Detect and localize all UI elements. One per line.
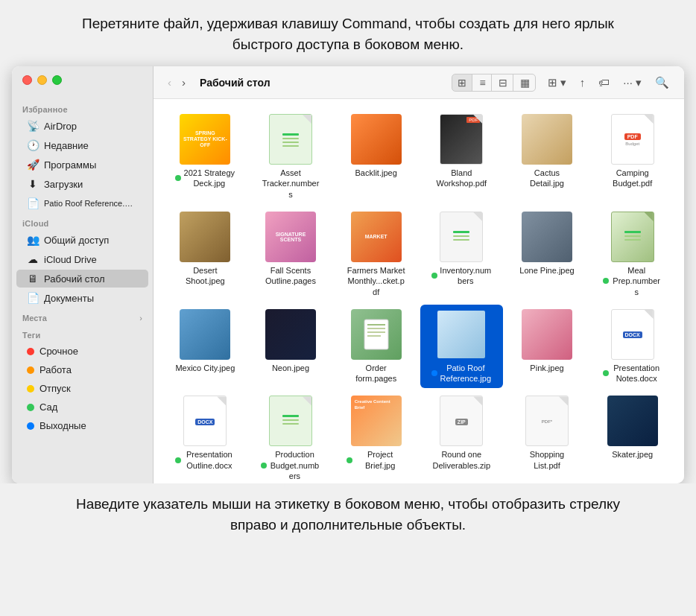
places-chevron-icon[interactable]: › [139, 314, 142, 323]
sidebar-item-airdrop[interactable]: 📡 AirDrop [16, 117, 148, 135]
file-name: Cactus Detail.jpg [517, 168, 577, 189]
back-button[interactable]: ‹ [164, 74, 175, 91]
group-button[interactable]: ⊞ ▾ [543, 74, 571, 92]
file-item[interactable]: Pink.jpeg [506, 305, 589, 389]
view-list-button[interactable]: ≡ [474, 74, 491, 91]
sidebar-item-label: Программы [44, 159, 96, 171]
traffic-lights [22, 75, 62, 85]
fullscreen-button[interactable] [52, 75, 62, 85]
sidebar-item-desktop[interactable]: 🖥 Рабочий стол [16, 270, 148, 288]
sidebar-item-downloads[interactable]: ⬇ Загрузки [16, 175, 148, 193]
main-content: ‹ › Рабочий стол ⊞ ≡ ⊟ ▦ ⊞ ▾ ↑ 🏷 ··· ▾ 🔍… [154, 66, 684, 483]
file-thumbnail [522, 309, 572, 360]
file-item[interactable]: DOCX Presentation Outline.docx [164, 391, 247, 483]
svg-rect-14 [367, 335, 381, 337]
sidebar-tag-label: Сад [39, 401, 57, 413]
sidebar-item-tag-work[interactable]: Работа [16, 361, 148, 378]
places-row: Места › [12, 308, 153, 325]
file-item[interactable]: SIGNATURE SCENTS Fall Scents Outline.pag… [250, 207, 332, 302]
sidebar-item-tag-urgent[interactable]: Срочное [16, 343, 148, 360]
file-item[interactable]: MARKET Farmers Market Monthly...cket.pdf [335, 207, 417, 302]
file-thumbnail [180, 212, 230, 262]
icloud-section-label: iCloud [12, 213, 153, 230]
sidebar-item-tag-weekend[interactable]: Выходные [16, 417, 148, 434]
sidebar-item-tag-garden[interactable]: Сад [16, 399, 148, 416]
toolbar: ‹ › Рабочий стол ⊞ ≡ ⊟ ▦ ⊞ ▾ ↑ 🏷 ··· ▾ 🔍 [154, 66, 684, 99]
file-item[interactable]: Skater.jpeg [591, 391, 674, 483]
tag-button[interactable]: 🏷 [594, 74, 614, 91]
svg-rect-8 [624, 235, 641, 237]
svg-rect-0 [282, 133, 299, 136]
file-item[interactable]: Creative Content Brief Project Brief.jpg [335, 391, 417, 483]
file-item[interactable]: Inventory.numbers [420, 207, 503, 302]
close-button[interactable] [22, 75, 32, 85]
file-item[interactable]: Meal Prep.numbers [591, 207, 674, 302]
view-icon-button[interactable]: ⊞ [452, 74, 472, 91]
file-item[interactable]: Production Budget.numbers [250, 391, 332, 483]
svg-rect-1 [282, 138, 299, 139]
file-name: Skater.jpeg [612, 449, 653, 460]
file-thumbnail: ZIP [436, 396, 487, 446]
sidebar-item-documents[interactable]: 📄 Документы [16, 289, 148, 307]
file-thumbnail [351, 114, 402, 165]
svg-rect-12 [367, 328, 385, 329]
sidebar-item-label: Недавние [44, 140, 89, 151]
sidebar-tag-label: Выходные [39, 420, 86, 431]
minimize-button[interactable] [37, 75, 47, 85]
file-item[interactable]: Backlit.jpeg [335, 109, 417, 204]
favorites-section-label: Избранное [12, 99, 153, 116]
file-thumbnail: MARKET [351, 212, 402, 262]
file-item[interactable]: DOCX Presentation Notes.docx [591, 305, 674, 389]
sidebar-item-shared[interactable]: 👥 Общий доступ [16, 231, 148, 249]
file-item[interactable]: PDF Bland Workshop.pdf [420, 109, 503, 204]
tag-dot-weekend [27, 422, 34, 430]
file-item[interactable]: Cactus Detail.jpg [506, 109, 589, 204]
svg-rect-13 [367, 331, 385, 333]
share-button[interactable]: ↑ [575, 74, 590, 91]
sidebar-item-label: Patio Roof Reference.jpg [44, 199, 133, 208]
desktop-icon: 🖥 [27, 273, 39, 285]
sidebar-item-icloud-drive[interactable]: ☁ iCloud Drive [16, 250, 148, 268]
sidebar-item-patio[interactable]: 📄 Patio Roof Reference.jpg [16, 194, 148, 212]
file-item[interactable]: ZIP Round one Deliverables.zip [420, 391, 503, 483]
sidebar-tag-label: Работа [39, 364, 72, 375]
file-item[interactable]: PDF Budget Camping Budget.pdf [591, 109, 674, 204]
file-item[interactable]: PDF* Shopping List.pdf [506, 391, 589, 483]
file-item[interactable]: Mexico City.jpeg [164, 305, 247, 389]
sidebar-item-apps[interactable]: 🚀 Программы [16, 156, 148, 174]
breadcrumb-title: Рабочий стол [200, 77, 271, 89]
file-item[interactable]: Neon.jpeg [250, 305, 332, 389]
file-item[interactable]: Desert Shoot.jpeg [164, 207, 247, 302]
tag-dot-urgent [27, 348, 34, 355]
file-thumbnail: PDF* [522, 396, 572, 446]
file-name: Inventory.numbers [431, 265, 491, 287]
file-item[interactable]: SPRING STRATEGY KICK-OFF 2021 Strategy D… [164, 109, 247, 204]
view-toggle-group: ⊞ ≡ ⊟ ▦ [452, 74, 535, 92]
svg-rect-15 [282, 415, 299, 417]
more-button[interactable]: ··· ▾ [619, 74, 646, 92]
svg-rect-17 [282, 423, 299, 425]
file-name: Camping Budget.pdf [603, 168, 662, 189]
file-thumbnail: Creative Content Brief [351, 396, 402, 446]
file-name: Shopping List.pdf [517, 449, 577, 471]
sidebar-item-tag-vacation[interactable]: Отпуск [16, 380, 148, 397]
file-thumbnail [522, 114, 572, 165]
file-item[interactable]: Lone Pine.jpeg [506, 207, 589, 302]
search-button[interactable]: 🔍 [651, 74, 674, 92]
svg-rect-2 [282, 142, 299, 143]
file-thumbnail: SPRING STRATEGY KICK-OFF [180, 114, 230, 165]
file-thumbnail: DOCX [607, 309, 658, 360]
sidebar-item-label: Документы [44, 293, 94, 304]
file-item[interactable]: Order form.pages [335, 305, 417, 389]
forward-button[interactable]: › [178, 74, 189, 91]
file-item[interactable]: Asset Tracker.numbers [250, 109, 332, 204]
file-name: Backlit.jpeg [355, 168, 397, 178]
file-item-patio-selected[interactable]: Patio Roof Reference.jpg [420, 305, 503, 389]
recents-icon: 🕐 [27, 139, 39, 151]
view-gallery-button[interactable]: ▦ [515, 74, 535, 91]
file-thumbnail [351, 309, 402, 360]
tag-dot-work [27, 366, 34, 374]
sidebar-item-recents[interactable]: 🕐 Недавние [16, 136, 148, 154]
view-columns-button[interactable]: ⊟ [493, 74, 513, 91]
tags-section-label: Теги [12, 325, 153, 342]
